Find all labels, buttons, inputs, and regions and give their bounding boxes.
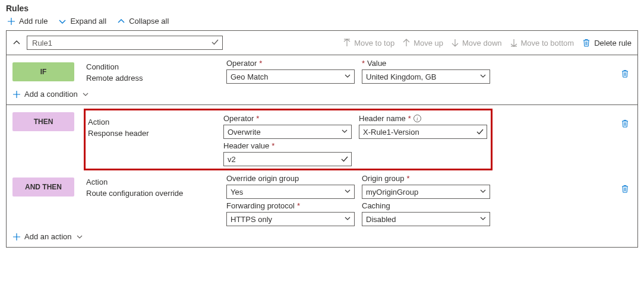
chevron-down-icon <box>479 214 487 223</box>
action-section: THEN Action Response header Operator * O… <box>7 105 637 247</box>
a2-proto-value: HTTPS only <box>231 215 272 224</box>
expand-all-label: Expand all <box>70 17 106 26</box>
collapse-all-button[interactable]: Collapse all <box>117 17 169 26</box>
action1-title: Action <box>88 118 223 126</box>
required-mark: * <box>407 174 410 183</box>
a1-hname-label: Header name <box>359 114 406 123</box>
a2-cache-label: Caching <box>362 201 390 210</box>
add-condition-label: Add a condition <box>24 90 78 99</box>
a2-group-value: myOriginGroup <box>366 188 418 197</box>
arrow-top-icon <box>343 39 351 47</box>
arrow-up-icon <box>403 39 410 47</box>
a1-hname-value: X-Rule1-Version <box>363 128 419 137</box>
trash-icon <box>582 39 591 47</box>
a1-operator-value: Overwrite <box>228 128 261 137</box>
move-top-button[interactable]: Move to top <box>343 39 394 47</box>
section-heading: Rules <box>6 4 638 13</box>
required-mark: * <box>362 59 365 68</box>
chevron-down-icon <box>343 214 352 223</box>
move-up-button[interactable]: Move up <box>403 39 443 47</box>
a2-override-select[interactable]: Yes <box>226 185 355 199</box>
cond-value-select[interactable]: United Kingdom, GB <box>362 69 490 84</box>
arrow-bottom-icon <box>510 39 517 47</box>
trash-icon <box>621 185 629 193</box>
expand-all-button[interactable]: Expand all <box>58 17 106 26</box>
plus-icon <box>12 90 21 99</box>
add-action-button[interactable]: Add an action <box>12 232 632 241</box>
chevron-down-icon <box>58 17 67 26</box>
cond-operator-label: Operator <box>226 59 257 68</box>
a2-group-select[interactable]: myOriginGroup <box>362 185 490 199</box>
a1-hvalue-value: v2 <box>228 155 236 164</box>
cond-value-label: Value <box>367 59 386 68</box>
chevron-down-icon <box>343 187 352 195</box>
chevron-down-icon <box>81 90 90 99</box>
delete-action1-button[interactable] <box>621 109 632 128</box>
a1-hvalue-input[interactable]: v2 <box>223 152 352 166</box>
add-action-label: Add an action <box>24 232 72 241</box>
rule-container: Move to top Move up Move down Move to bo… <box>6 30 638 248</box>
move-down-button[interactable]: Move down <box>452 39 501 47</box>
condition-title: Condition <box>86 62 226 71</box>
a2-cache-select[interactable]: Disabled <box>362 212 490 226</box>
condition-section: IF Condition Remote address Operator * G… <box>7 55 637 105</box>
move-top-label: Move to top <box>354 39 394 47</box>
cond-operator-value: Geo Match <box>231 72 269 81</box>
delete-condition-button[interactable] <box>621 59 632 78</box>
move-bottom-button[interactable]: Move to bottom <box>510 39 574 47</box>
a1-operator-label: Operator <box>223 114 254 123</box>
trash-icon <box>621 69 629 78</box>
toolbar: Add rule Expand all Collapse all <box>6 15 638 30</box>
chevron-down-icon <box>479 72 487 80</box>
arrow-down-icon <box>452 39 459 47</box>
a2-override-label: Override origin group <box>226 174 299 183</box>
action1-name: Response header <box>88 129 223 138</box>
a2-cache-value: Disabled <box>366 215 396 224</box>
plus-icon <box>7 17 15 26</box>
if-badge: IF <box>12 62 74 81</box>
andthen-badge: AND THEN <box>12 178 74 197</box>
add-rule-label: Add rule <box>19 17 48 26</box>
chevron-down-icon <box>340 127 349 135</box>
chevron-up-icon <box>117 17 125 26</box>
chevron-down-icon <box>75 233 84 241</box>
move-down-label: Move down <box>462 39 501 47</box>
chevron-down-icon <box>343 72 352 80</box>
a2-proto-label: Forwarding protocol <box>226 201 295 210</box>
info-icon[interactable]: i <box>413 115 421 122</box>
cond-operator-select[interactable]: Geo Match <box>226 69 355 84</box>
condition-name: Remote address <box>86 74 226 83</box>
then-badge: THEN <box>12 112 74 131</box>
add-condition-button[interactable]: Add a condition <box>12 90 632 99</box>
delete-rule-button[interactable]: Delete rule <box>582 39 632 47</box>
action2-name: Route configuration override <box>86 189 226 198</box>
move-up-label: Move up <box>413 39 443 47</box>
chevron-down-icon <box>479 187 487 195</box>
rule-name-input[interactable] <box>27 36 223 50</box>
required-mark: * <box>408 114 411 123</box>
a2-proto-select[interactable]: HTTPS only <box>226 212 355 226</box>
a1-operator-select[interactable]: Overwrite <box>223 125 352 139</box>
required-mark: * <box>256 114 259 123</box>
a2-group-label: Origin group <box>362 174 405 183</box>
required-mark: * <box>272 141 274 150</box>
check-icon <box>340 155 349 163</box>
cond-value: United Kingdom, GB <box>366 72 437 81</box>
rule-header: Move to top Move up Move down Move to bo… <box>7 31 637 55</box>
trash-icon <box>621 119 629 128</box>
delete-action2-button[interactable] <box>621 174 632 193</box>
a1-hname-input[interactable]: X-Rule1-Version <box>359 125 487 139</box>
delete-rule-label: Delete rule <box>594 39 632 47</box>
plus-icon <box>12 233 21 241</box>
collapse-all-label: Collapse all <box>129 17 169 26</box>
check-icon <box>476 128 484 136</box>
move-bottom-label: Move to bottom <box>521 39 574 47</box>
required-mark: * <box>259 59 262 68</box>
a2-override-value: Yes <box>231 188 243 197</box>
a1-hvalue-label: Header value <box>223 141 269 150</box>
action2-title: Action <box>86 178 226 186</box>
required-mark: * <box>297 201 300 210</box>
add-rule-button[interactable]: Add rule <box>7 17 48 26</box>
collapse-rule-button[interactable] <box>12 39 21 47</box>
